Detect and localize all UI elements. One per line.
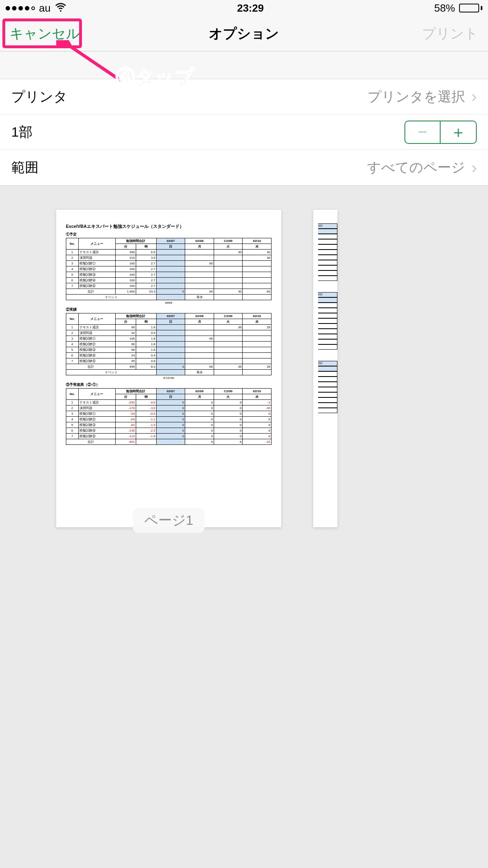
copies-decrement-button[interactable]: − [404, 121, 441, 144]
signal-strength-icon [6, 6, 35, 10]
section-2-title: ②実績 [66, 307, 272, 312]
print-options-list: プリンタ プリンタを選択 › 1部 − ＋ 範囲 すべてのページ › [0, 79, 488, 186]
page-2-slice: 02/ 02/ 02/ [318, 223, 337, 413]
range-value: すべてのページ [367, 158, 465, 177]
battery-percent: 58% [434, 2, 455, 14]
preview-page-1[interactable]: ExcelVBAエキスパート勉強スケジュール（スタンダード） ①予定 No.メニ… [56, 210, 281, 527]
schedule-table-yotei: No.メニュー勉強時間合計02/0702/08C2/0902/10 分時日月火水… [66, 238, 272, 300]
section-1-title: ①予定 [66, 232, 272, 237]
jisseki-time: 8:19:00 [66, 376, 272, 380]
copies-label: 1部 [11, 123, 33, 141]
printer-value: プリンタを選択 [368, 88, 465, 106]
page-indicator: ページ1 [133, 508, 205, 533]
chevron-right-icon: › [472, 159, 477, 177]
status-bar: au 23:29 58% [0, 0, 488, 16]
wifi-icon [55, 1, 67, 16]
yotei-hash: #### [66, 301, 272, 305]
carrier-label: au [39, 2, 51, 14]
copies-row: 1部 − ＋ [0, 115, 488, 150]
copies-stepper: − ＋ [404, 121, 477, 144]
schedule-table-sai: No.メニュー勉強時間合計02/0702/08C2/0902/10 分時日月火水… [66, 388, 272, 445]
range-row[interactable]: 範囲 すべてのページ › [0, 150, 488, 185]
clock: 23:29 [237, 2, 264, 14]
annotation-text: ④タップ [116, 64, 194, 90]
printer-label: プリンタ [11, 88, 67, 106]
print-preview-area[interactable]: ExcelVBAエキスパート勉強スケジュール（スタンダード） ①予定 No.メニ… [0, 186, 488, 868]
section-3-title: ③予実差異（②-①） [66, 382, 272, 387]
copies-increment-button[interactable]: ＋ [441, 121, 477, 144]
print-button[interactable]: プリント [422, 25, 478, 43]
svg-line-0 [68, 45, 120, 80]
range-label: 範囲 [11, 158, 39, 177]
document-title: ExcelVBAエキスパート勉強スケジュール（スタンダード） [66, 223, 272, 229]
schedule-table-jisseki: No.メニュー勉強時間合計02/0702/08C2/0902/10 分時日月火水… [66, 313, 272, 375]
battery-icon [459, 4, 482, 12]
preview-page-2[interactable]: 02/ 02/ 02/ [313, 210, 337, 527]
chevron-right-icon: › [472, 88, 477, 106]
